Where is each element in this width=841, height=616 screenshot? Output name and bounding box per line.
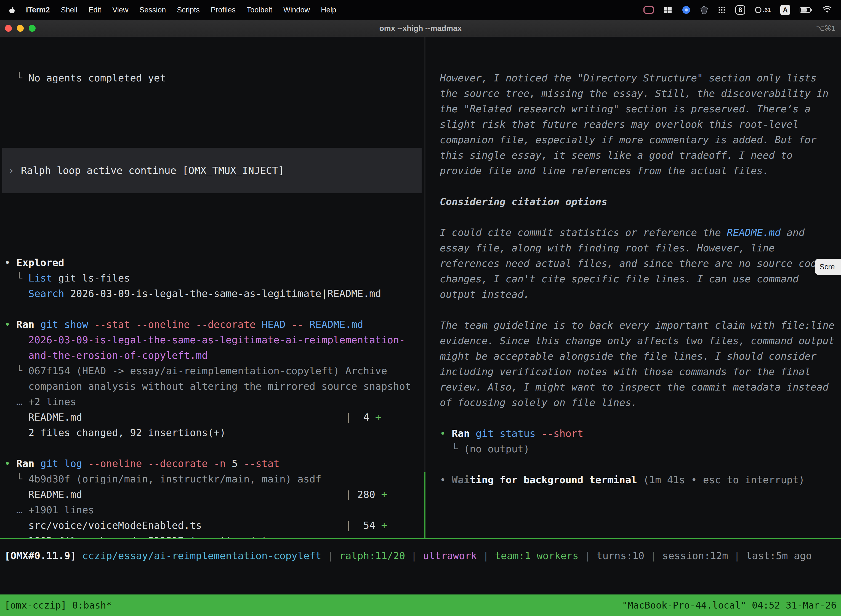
reasoning-line: including verification notes with those …	[440, 364, 841, 380]
text-segment: Ran	[452, 428, 476, 439]
file-name-line: 2026-03-09-is-legal-the-same-as-legitima…	[4, 332, 424, 348]
terminal-pane-right[interactable]: However, I noticed the "Directory Struct…	[425, 37, 841, 538]
text-segment: and	[781, 227, 804, 238]
apple-menu-icon[interactable]	[7, 6, 21, 14]
text-segment: +	[375, 412, 381, 423]
text-segment	[202, 520, 345, 531]
explored-list: └ List git ls-files	[4, 270, 424, 286]
text-segment	[440, 211, 446, 223]
menu-item-profiles[interactable]: Profiles	[205, 6, 241, 14]
diffstat-line: README.md | 4 +	[4, 409, 424, 425]
menu-item-session[interactable]: Session	[134, 6, 171, 14]
command-output: └ (no output)	[440, 441, 841, 457]
text-segment: including verification notes with those …	[440, 366, 811, 377]
text-segment: |	[345, 520, 351, 531]
agents-status-line: └ No agents completed yet	[4, 70, 424, 86]
text-segment: └ (no output)	[440, 443, 529, 455]
input-source-icon[interactable]: A	[780, 5, 790, 15]
text-segment: 4	[351, 412, 375, 423]
tmux-status-bar: [omx-cczip] 0:bash* "MacBook-Pro-44.loca…	[0, 594, 841, 616]
blank-line	[440, 302, 841, 318]
text-segment	[82, 489, 346, 500]
text-segment: List	[28, 273, 53, 284]
text-segment	[440, 304, 446, 315]
text-segment: -n	[214, 458, 232, 469]
diffstat-line: README.md | 280 +	[4, 487, 424, 502]
menu-app-name[interactable]: iTerm2	[21, 6, 56, 14]
text-segment	[440, 180, 446, 192]
text-segment: git log	[40, 458, 88, 469]
blue-app-icon[interactable]	[682, 6, 691, 14]
status-segment: |	[321, 550, 339, 561]
ran-git-log: • Ran git log --oneline --decorate -n 5 …	[4, 456, 424, 471]
explored-search: Search 2026-03-09-is-legal-the-same-as-l…	[4, 286, 424, 301]
banner-chevron: ›	[8, 163, 14, 178]
screen-recording-icon[interactable]	[643, 6, 654, 14]
text-segment: └	[4, 72, 28, 84]
text-segment: •	[440, 474, 452, 485]
text-segment: 1903 files changed, 513517 insertions(+)	[4, 535, 268, 538]
menu-item-scripts[interactable]: Scripts	[171, 6, 205, 14]
menu-item-window[interactable]: Window	[278, 6, 315, 14]
blank-line	[4, 301, 424, 317]
text-segment: changes, I can't cite specific file line…	[440, 273, 799, 285]
reasoning-line: I could cite commit statistics or refere…	[440, 225, 841, 241]
text-segment: No agents completed yet	[28, 72, 166, 84]
desktop: iTerm2 Shell Edit View Session Scripts P…	[0, 0, 841, 616]
status-segment: turns:10	[596, 550, 644, 561]
text-segment: I could cite commit statistics or refere…	[440, 227, 727, 238]
text-segment: (1m 41s • esc to interrupt)	[637, 474, 804, 485]
text-segment: README.md	[727, 227, 781, 238]
diffstat-summary: 1903 files changed, 513517 insertions(+)	[4, 533, 424, 538]
text-segment: --	[292, 319, 309, 330]
reasoning-line: The team guideline is to back every impo…	[440, 318, 841, 333]
text-segment: the source tree, missing the essay. Stil…	[440, 88, 829, 99]
blank-line	[440, 457, 841, 472]
blank-line	[440, 411, 841, 426]
text-segment: references need actual files, and since …	[440, 258, 822, 269]
menu-item-edit[interactable]: Edit	[83, 6, 107, 14]
text-segment: 2026-03-09-is-legal-the-same-as-legitima…	[64, 288, 381, 299]
text-segment: Search	[28, 288, 64, 299]
terminal-pane-left[interactable]: └ No agents completed yet › Ralph loop a…	[0, 37, 424, 538]
window-tiles-icon[interactable]	[664, 6, 673, 14]
text-segment: slight risk that future readers may over…	[440, 119, 799, 130]
text-segment: review. Also, I might want to inspect th…	[440, 381, 829, 393]
text-segment	[440, 412, 446, 424]
gauge-icon[interactable]: .61	[755, 6, 771, 13]
screen-notification-tooltip[interactable]: Scre	[815, 259, 841, 275]
text-segment: output instead.	[440, 289, 529, 300]
text-segment: README.md	[309, 319, 363, 330]
text-segment: src/voice/voiceModeEnabled.ts	[4, 520, 202, 531]
menu-bar-status-area: 8 .61 A	[643, 5, 834, 15]
menu-item-help[interactable]: Help	[315, 6, 342, 14]
window-title: omx --xhigh --madmax	[0, 24, 841, 33]
text-segment: … +1901 lines	[4, 504, 94, 516]
gem-app-icon[interactable]	[700, 6, 708, 14]
window-title-bar[interactable]: omx --xhigh --madmax ⌥⌘1	[0, 20, 841, 37]
figure-eight-icon[interactable]: 8	[736, 5, 745, 15]
omx-status-bar: [OMX#0.11.9] cczip/essay/ai-reimplementa…	[4, 548, 812, 563]
text-segment: 54	[351, 520, 381, 531]
wifi-icon[interactable]	[822, 6, 832, 14]
text-segment: •	[4, 458, 16, 469]
text-segment: companion file, especially if more comme…	[440, 134, 816, 145]
menu-item-shell[interactable]: Shell	[56, 6, 83, 14]
menu-item-toolbelt[interactable]: Toolbelt	[241, 6, 278, 14]
reasoning-line: of focusing solely on file lines.	[440, 395, 841, 411]
menu-item-view[interactable]: View	[107, 6, 134, 14]
text-segment: Ran	[16, 319, 40, 330]
tmux-session-info: [omx-cczip] 0:bash*	[4, 600, 112, 611]
status-segment: |	[579, 550, 596, 561]
text-segment: The team guideline is to back every impo…	[440, 320, 834, 331]
text-segment	[4, 442, 10, 454]
text-segment: HEAD	[262, 319, 292, 330]
status-segment: last:5m ago	[746, 550, 812, 561]
text-segment: ting for background terminal	[470, 474, 637, 485]
blank-line	[440, 210, 841, 225]
diffstat-line: src/voice/voiceModeEnabled.ts | 54 +	[4, 518, 424, 533]
dots-grid-icon[interactable]	[718, 6, 726, 14]
text-segment: --stat	[244, 458, 280, 469]
battery-icon[interactable]	[800, 6, 813, 13]
text-segment: --oneline --decorate	[88, 458, 214, 469]
